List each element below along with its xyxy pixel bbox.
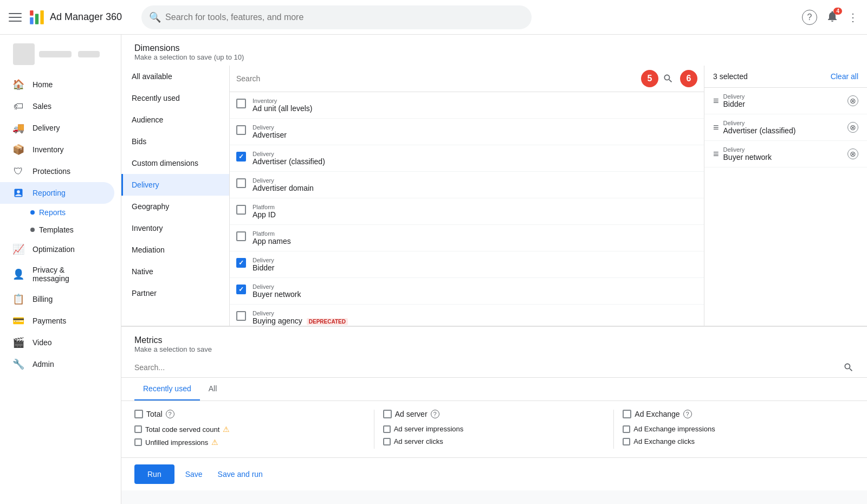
sidebar-item-home[interactable]: 🏠 Home xyxy=(0,74,114,95)
dim-cat-delivery[interactable]: Delivery xyxy=(121,174,229,196)
sidebar-item-admin[interactable]: 🔧 Admin xyxy=(0,353,114,375)
total-help-icon[interactable]: ? xyxy=(166,410,174,418)
search-bar[interactable]: 🔍 xyxy=(141,5,532,29)
total-code-served-checkbox[interactable] xyxy=(134,425,142,433)
dim-cat-partner[interactable]: Partner xyxy=(121,282,229,304)
selected-item-info-buyer-network: Delivery Buyer network xyxy=(723,146,843,161)
sidebar-item-reporting[interactable]: Reporting xyxy=(0,182,114,204)
ad-server-impressions-checkbox[interactable] xyxy=(383,425,391,433)
metrics-search-bar[interactable] xyxy=(121,358,867,378)
unfilled-impressions-warning: ⚠ xyxy=(211,438,218,447)
dim-checkbox-buying-agency[interactable] xyxy=(236,311,246,321)
ad-server-clicks-checkbox[interactable] xyxy=(383,438,391,445)
dim-item-advertiser-classified: Delivery Advertiser (classified) xyxy=(230,145,704,172)
sidebar-item-payments[interactable]: 💳 Payments xyxy=(0,310,114,332)
sidebar-item-templates[interactable]: Templates xyxy=(30,221,114,238)
ad-exchange-clicks-checkbox[interactable] xyxy=(623,438,630,445)
metrics-item-unfilled-impressions: Unfilled impressions ⚠ xyxy=(134,436,365,449)
dim-checkbox-advertiser-domain[interactable] xyxy=(236,178,246,188)
dim-item-app-names: Platform App names xyxy=(230,225,704,251)
dim-checkbox-app-id[interactable] xyxy=(236,205,246,215)
payments-icon: 💳 xyxy=(13,315,24,326)
remove-bidder-button[interactable]: ⊗ xyxy=(847,95,858,106)
sidebar-item-protections[interactable]: 🛡 Protections xyxy=(0,160,114,182)
search-input[interactable] xyxy=(141,5,532,29)
clear-all-button[interactable]: Clear all xyxy=(831,72,858,81)
sidebar-item-privacy-messaging[interactable]: 👤 Privacy & messaging xyxy=(0,260,114,288)
dim-cat-custom-dimensions[interactable]: Custom dimensions xyxy=(121,152,229,174)
dimensions-search-input[interactable] xyxy=(236,74,637,83)
sidebar: 🏠 Home 🏷 Sales 🚚 Delivery 📦 Inventory 🛡 … xyxy=(0,35,121,504)
menu-button[interactable] xyxy=(9,11,22,24)
tab-recently-used[interactable]: Recently used xyxy=(134,378,200,400)
dim-checkbox-advertiser-classified[interactable] xyxy=(236,152,246,161)
step-5-badge: 5 xyxy=(641,70,658,87)
ad-server-group-checkbox[interactable] xyxy=(383,410,392,418)
metrics-item-total-code-served: Total code served count ⚠ xyxy=(134,423,365,436)
help-button[interactable]: ? xyxy=(802,10,817,25)
dim-cat-audience[interactable]: Audience xyxy=(121,109,229,131)
sidebar-item-video[interactable]: 🎬 Video xyxy=(0,332,114,353)
dim-cat-recently-used[interactable]: Recently used xyxy=(121,87,229,109)
ad-exchange-group-checkbox[interactable] xyxy=(623,410,631,418)
ad-exchange-impressions-checkbox[interactable] xyxy=(623,425,630,433)
dim-cat-native[interactable]: Native xyxy=(121,261,229,282)
dim-cat-bids[interactable]: Bids xyxy=(121,131,229,152)
svg-rect-0 xyxy=(30,17,33,24)
metrics-search-input[interactable] xyxy=(134,363,843,372)
sidebar-item-reports[interactable]: Reports xyxy=(30,204,114,221)
total-group-checkbox[interactable] xyxy=(134,410,143,418)
remove-advertiser-classified-button[interactable]: ⊗ xyxy=(847,122,858,133)
more-options-button[interactable]: ⋮ xyxy=(847,11,858,24)
dim-item-info-app-id: Platform App ID xyxy=(253,204,697,219)
tab-all[interactable]: All xyxy=(200,378,226,400)
dim-cat-mediation[interactable]: Mediation xyxy=(121,239,229,261)
dim-cat-all-available[interactable]: All available xyxy=(121,66,229,87)
app-logo: Ad Manager 360 xyxy=(28,9,122,26)
dim-item-info-advertiser: Delivery Advertiser xyxy=(253,124,697,139)
remove-buyer-network-button[interactable]: ⊗ xyxy=(847,148,858,159)
drag-handle-buyer-network[interactable]: ≡ xyxy=(713,148,719,160)
metrics-item-ad-exchange-clicks: Ad Exchange clicks xyxy=(623,435,854,448)
dim-checkbox-bidder[interactable] xyxy=(236,258,246,268)
dim-checkbox-buyer-network[interactable] xyxy=(236,285,246,294)
drag-handle-advertiser-classified[interactable]: ≡ xyxy=(713,122,719,133)
dimensions-title: Dimensions xyxy=(134,43,854,53)
sidebar-item-delivery[interactable]: 🚚 Delivery xyxy=(0,117,114,139)
unfilled-impressions-checkbox[interactable] xyxy=(134,438,142,446)
sidebar-logo xyxy=(0,39,121,74)
dim-item-info-bidder: Delivery Bidder xyxy=(253,257,697,272)
ad-server-help-icon[interactable]: ? xyxy=(431,410,439,418)
dimensions-selected-panel: 3 selected Clear all ≡ Delivery Bidder ⊗ xyxy=(704,66,867,326)
search-icon xyxy=(663,73,674,84)
sidebar-item-optimization[interactable]: 📈 Optimization xyxy=(0,238,114,260)
dim-checkbox-ad-unit[interactable] xyxy=(236,99,246,108)
metrics-grid: Total ? Total code served count ⚠ Unfill… xyxy=(121,401,867,457)
sidebar-item-sales[interactable]: 🏷 Sales xyxy=(0,95,114,117)
dim-cat-geography[interactable]: Geography xyxy=(121,196,229,217)
dimensions-subtitle: Make a selection to save (up to 10) xyxy=(134,53,854,61)
dim-item-ad-unit: Inventory Ad unit (all levels) xyxy=(230,92,704,119)
dim-item-info-advertiser-classified: Delivery Advertiser (classified) xyxy=(253,151,697,166)
dim-checkbox-app-names[interactable] xyxy=(236,231,246,241)
dim-checkbox-advertiser[interactable] xyxy=(236,125,246,135)
dim-cat-inventory[interactable]: Inventory xyxy=(121,217,229,239)
dimensions-header: Dimensions Make a selection to save (up … xyxy=(121,35,867,66)
active-dot xyxy=(30,210,35,215)
save-and-run-button[interactable]: Save and run xyxy=(213,464,267,484)
metrics-item-ad-server-impressions: Ad server impressions xyxy=(383,423,605,435)
dimensions-layout: All available Recently used Audience Bid… xyxy=(121,66,867,326)
deprecated-badge: DEPRECATED xyxy=(307,318,348,325)
save-button[interactable]: Save xyxy=(181,464,207,484)
ad-exchange-help-icon[interactable]: ? xyxy=(683,410,692,418)
notifications-button[interactable]: 4 xyxy=(826,10,839,24)
home-icon: 🏠 xyxy=(13,79,24,90)
dimensions-search-bar[interactable]: 5 6 xyxy=(230,66,704,92)
inventory-icon: 📦 xyxy=(13,144,24,155)
sidebar-item-billing[interactable]: 📋 Billing xyxy=(0,288,114,310)
selected-item-buyer-network: ≡ Delivery Buyer network ⊗ xyxy=(704,141,867,167)
run-button[interactable]: Run xyxy=(134,464,174,484)
drag-handle-bidder[interactable]: ≡ xyxy=(713,95,719,107)
sidebar-item-inventory[interactable]: 📦 Inventory xyxy=(0,139,114,160)
privacy-icon: 👤 xyxy=(13,269,24,280)
